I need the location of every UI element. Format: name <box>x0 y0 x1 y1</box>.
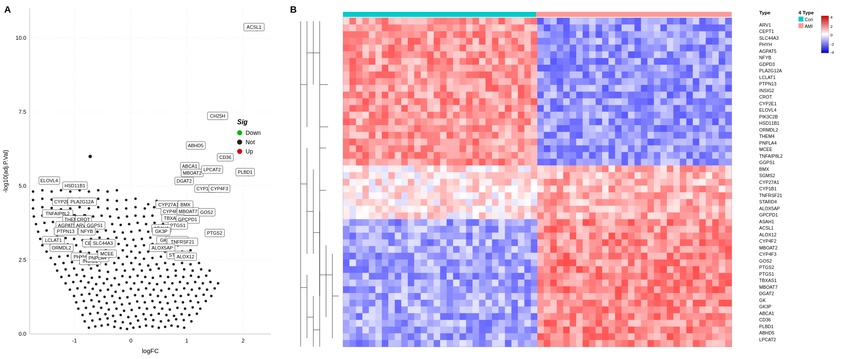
svg-rect-2363 <box>362 226 369 233</box>
svg-point-82 <box>184 307 186 310</box>
svg-rect-3381 <box>349 340 356 347</box>
svg-rect-1931 <box>673 172 680 179</box>
svg-rect-589 <box>531 25 538 31</box>
svg-rect-3093 <box>427 307 434 313</box>
svg-rect-920 <box>343 65 350 71</box>
svg-rect-2400 <box>602 226 609 233</box>
svg-rect-3321 <box>349 333 356 340</box>
svg-rect-3313 <box>686 326 693 333</box>
svg-rect-745 <box>376 45 382 52</box>
svg-rect-2945 <box>635 286 641 293</box>
svg-rect-3096 <box>447 307 453 313</box>
svg-rect-1721 <box>479 152 486 159</box>
svg-point-143 <box>72 281 75 283</box>
svg-rect-2661 <box>349 260 356 266</box>
svg-rect-748 <box>395 45 401 52</box>
svg-rect-1405 <box>376 118 382 125</box>
svg-rect-3255 <box>699 320 706 327</box>
svg-point-27 <box>126 328 128 330</box>
svg-rect-688 <box>395 38 401 45</box>
svg-rect-2488 <box>395 239 401 246</box>
svg-rect-1986 <box>641 179 648 186</box>
svg-rect-3233 <box>557 320 564 327</box>
svg-rect-2248 <box>395 212 401 219</box>
svg-rect-3410 <box>537 340 544 347</box>
svg-rect-2213 <box>557 206 564 213</box>
svg-rect-2382 <box>486 226 492 233</box>
svg-rect-617 <box>712 25 719 31</box>
svg-rect-2507 <box>518 239 525 246</box>
gene-label-abhd5: ABHD5 <box>188 143 204 148</box>
svg-rect-2105 <box>635 192 641 199</box>
svg-rect-908 <box>654 58 661 65</box>
svg-rect-1046 <box>382 78 389 85</box>
svg-rect-578 <box>459 25 466 31</box>
svg-point-129 <box>122 290 124 292</box>
svg-rect-967 <box>647 65 654 71</box>
svg-rect-2268 <box>524 212 531 219</box>
svg-rect-1858 <box>589 165 596 172</box>
svg-rect-2244 <box>369 212 376 219</box>
svg-point-362 <box>125 199 127 201</box>
sig-legend: Sig Down Not Up <box>237 118 261 157</box>
svg-rect-3223 <box>492 320 499 327</box>
svg-rect-1212 <box>680 92 687 99</box>
svg-rect-539 <box>596 18 603 25</box>
svg-point-374 <box>147 203 149 206</box>
svg-rect-790 <box>667 45 674 52</box>
svg-rect-2201 <box>479 206 486 213</box>
svg-rect-2900 <box>343 286 350 293</box>
svg-rect-2481 <box>349 239 356 246</box>
svg-rect-3375 <box>699 333 706 340</box>
svg-rect-1413 <box>427 118 434 125</box>
svg-rect-2264 <box>498 212 505 219</box>
svg-rect-3278 <box>459 326 466 333</box>
gene-name: GOS2 <box>759 258 772 263</box>
svg-rect-527 <box>518 18 525 25</box>
svg-point-80 <box>169 308 171 311</box>
svg-rect-3347 <box>518 333 525 340</box>
svg-point-331 <box>100 214 103 217</box>
svg-rect-661 <box>608 31 615 38</box>
svg-rect-3197 <box>712 313 719 320</box>
svg-point-335 <box>134 214 137 217</box>
svg-rect-1699 <box>725 145 732 152</box>
svg-rect-2160 <box>602 199 609 206</box>
svg-rect-3432 <box>680 340 687 347</box>
svg-rect-722 <box>615 38 622 45</box>
svg-rect-1260 <box>602 99 609 105</box>
svg-rect-3170 <box>537 313 544 320</box>
svg-rect-1913 <box>557 172 564 179</box>
svg-rect-1370 <box>537 112 544 118</box>
svg-rect-2255 <box>440 212 447 219</box>
gene-label-mboat7: MBOAT7 <box>179 209 197 214</box>
svg-rect-2843 <box>362 280 369 286</box>
svg-rect-2136 <box>447 199 453 206</box>
svg-rect-2167 <box>647 199 654 206</box>
svg-rect-553 <box>686 18 693 25</box>
svg-rect-1739 <box>596 152 603 159</box>
svg-rect-2723 <box>362 266 369 273</box>
svg-rect-2917 <box>453 286 460 293</box>
svg-rect-846 <box>641 51 648 58</box>
svg-rect-1940 <box>343 179 350 186</box>
svg-point-41 <box>114 320 116 323</box>
svg-rect-737 <box>712 38 719 45</box>
svg-rect-3226 <box>511 320 518 327</box>
svg-rect-2600 <box>343 253 350 260</box>
svg-rect-1388 <box>654 112 661 118</box>
svg-rect-2533 <box>686 239 693 246</box>
svg-rect-3072 <box>680 300 687 307</box>
svg-text:-1: -1 <box>72 337 77 344</box>
svg-rect-1997 <box>712 179 719 186</box>
svg-rect-2289 <box>661 212 667 219</box>
svg-rect-2440 <box>473 233 479 239</box>
svg-rect-2307 <box>388 219 395 226</box>
svg-rect-3192 <box>680 313 687 320</box>
svg-rect-780 <box>602 45 609 52</box>
svg-rect-1539 <box>466 132 473 139</box>
svg-rect-2961 <box>349 293 356 300</box>
svg-rect-2577 <box>583 246 589 253</box>
svg-rect-1899 <box>466 172 473 179</box>
svg-rect-741 <box>349 45 356 52</box>
